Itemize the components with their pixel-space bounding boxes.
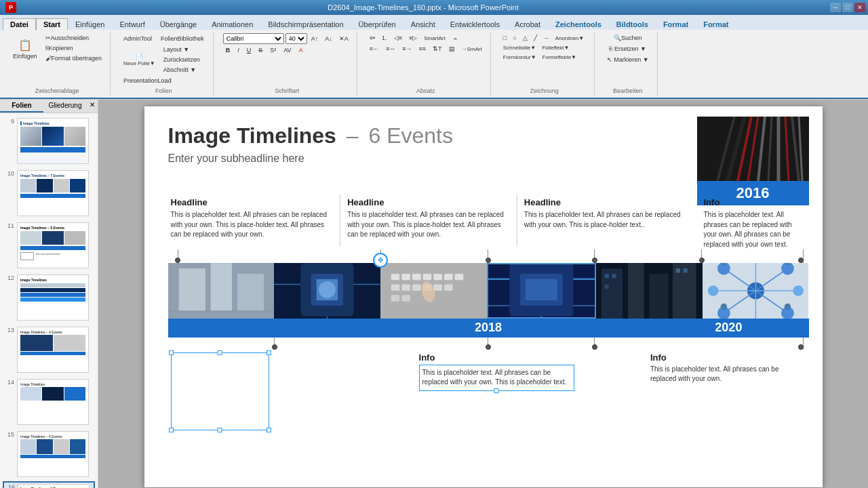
cut-button[interactable]: ✂Ausschneiden — [43, 33, 105, 43]
svg-rect-57 — [604, 273, 608, 277]
tab-acrobat[interactable]: Acrobat — [507, 18, 548, 30]
sidebar-tab-gliederung[interactable]: Gliederung — [43, 100, 87, 113]
outline-button[interactable]: Formkontur▼ — [500, 53, 539, 62]
font-color-button[interactable]: A — [296, 45, 306, 55]
handle-bc-2[interactable] — [494, 388, 499, 393]
arrange-button[interactable]: Anordnen▼ — [553, 33, 587, 43]
presentationload-button[interactable]: PresentationLoad — [120, 75, 175, 86]
sidebar-close-button[interactable]: ✕ — [87, 100, 98, 113]
shape3-button[interactable]: △ — [520, 33, 530, 43]
tab-datei[interactable]: Datei — [3, 18, 36, 30]
quick-styles-button[interactable]: Schnellstile▼ — [500, 43, 538, 52]
bold-button[interactable]: B — [223, 45, 233, 55]
layout-button[interactable]: Layout ▼ — [161, 45, 203, 54]
arrow-button[interactable]: → — [540, 33, 552, 43]
neue-folie-button[interactable]: 📄 Neue Folie▼ — [120, 52, 159, 68]
group-absatz-label: Absatz — [416, 87, 435, 94]
bot-dot-3 — [486, 344, 491, 350]
slide-list: 9 Image Timelines 10 — [0, 113, 98, 488]
slide-item[interactable]: 15 Image Timelines – 6 Events — [3, 429, 95, 479]
replace-button[interactable]: ⎘ Ersetzen ▼ — [606, 44, 648, 54]
underline-button[interactable]: U — [244, 45, 254, 55]
handle-br[interactable] — [267, 428, 271, 432]
font-family-select[interactable]: Calibri — [223, 33, 284, 44]
svg-rect-59 — [604, 284, 608, 288]
shape2-button[interactable]: ○ — [510, 33, 519, 43]
smartart-button[interactable]: SmartArt — [421, 34, 448, 43]
handle-tc[interactable] — [218, 350, 222, 355]
tab-format1[interactable]: Format — [656, 18, 696, 30]
close-button[interactable]: ✕ — [854, 3, 865, 12]
handle-tr[interactable] — [267, 350, 271, 355]
slide-item[interactable]: 13 Image Timelines – 4 Events — [3, 325, 95, 375]
numbering-button[interactable]: 1. — [379, 33, 390, 43]
search-button[interactable]: 🔍 Suchen — [611, 33, 645, 43]
move-handle[interactable]: ✥ — [373, 253, 388, 268]
format-transfer-button[interactable]: 🖌Format übertragen — [43, 54, 105, 63]
slide-item[interactable]: 14 Image Timelines — [3, 377, 95, 427]
strikethrough-button[interactable]: S — [256, 45, 265, 55]
tab-bildschirmpraesentaion[interactable]: Bildschirmpräsentation — [260, 18, 351, 30]
tab-zeichentools[interactable]: Zeichentools — [548, 18, 609, 30]
svg-rect-32 — [455, 273, 464, 279]
align-right-button[interactable]: ≡→ — [399, 44, 414, 54]
convert-to-smartart-button[interactable]: →SmArt — [459, 45, 485, 54]
abschnitt-button[interactable]: Abschnitt ▼ — [161, 65, 203, 75]
cut-label: Ausschneiden — [51, 35, 90, 41]
bullets-button[interactable]: ≡• — [367, 33, 378, 43]
title-bold: Image Timelines — [168, 123, 336, 148]
handle-bl[interactable] — [169, 428, 174, 432]
tab-entwicklertools[interactable]: Entwicklertools — [443, 18, 507, 30]
decrease-font-button[interactable]: A↓ — [322, 34, 335, 43]
minimize-button[interactable]: ─ — [830, 3, 841, 12]
tab-ansicht[interactable]: Ansicht — [403, 18, 443, 30]
svg-rect-14 — [237, 273, 263, 310]
decrease-indent-button[interactable]: ◁≡ — [391, 33, 405, 43]
align-center-button[interactable]: ≡↔ — [383, 44, 398, 54]
tab-uebergaenge[interactable]: Übergänge — [153, 18, 204, 30]
tab-bildtools[interactable]: Bildtools — [609, 18, 656, 30]
select-button[interactable]: ↖ Markieren ▼ — [604, 55, 652, 64]
restore-button[interactable]: □ — [842, 3, 853, 12]
group-folien: AdminTool FolienBibliothek 📄 Neue Folie▼… — [115, 32, 214, 96]
increase-indent-button[interactable]: ≡▷ — [406, 33, 420, 43]
copy-button[interactable]: ⎘Kopieren — [43, 43, 105, 53]
sidebar-tab-folien[interactable]: Folien — [0, 100, 43, 113]
slide-item[interactable]: 9 Image Timelines — [3, 116, 95, 166]
tab-ueberpruefe[interactable]: Überprüfen — [351, 18, 403, 30]
paste-button[interactable]: 📋 Einfügen — [9, 35, 41, 62]
folienbibliothek-button[interactable]: FolienBibliothek — [157, 33, 208, 44]
tab-format2[interactable]: Format — [696, 18, 736, 30]
handle-bc[interactable] — [218, 428, 222, 432]
shape-button[interactable]: □ — [500, 33, 509, 43]
selected-text-box[interactable] — [171, 352, 269, 430]
zuruecksetzen-button[interactable]: Zurücksetzen — [161, 55, 203, 64]
text-direction-button[interactable]: ⇅T — [430, 44, 445, 54]
justify-button[interactable]: ≡≡ — [416, 44, 429, 54]
slide-item[interactable]: 12 Image Timelines — [3, 272, 95, 323]
increase-font-button[interactable]: A↑ — [309, 34, 321, 43]
main-area[interactable]: Image Timelines – 6 Events Enter your su… — [98, 100, 868, 488]
align-left-button[interactable]: ≡← — [367, 44, 382, 54]
handle-tl[interactable] — [169, 350, 174, 355]
slide-item[interactable]: 11 Image Timelines – 5 Events Info text … — [3, 220, 95, 270]
font-size-select[interactable]: 40 — [285, 33, 307, 44]
tab-start[interactable]: Start — [36, 18, 68, 30]
columns-button[interactable]: ⫠ — [450, 33, 461, 43]
top-block-2: Headline This is placeholder text. All p… — [340, 195, 517, 247]
spacing-button[interactable]: AV — [281, 45, 294, 55]
slide-item[interactable]: 10 Image Timelines – 7 Events — [3, 168, 95, 218]
admintool-button[interactable]: AdminTool — [120, 33, 155, 44]
tab-einfuegen[interactable]: Einfügen — [68, 18, 112, 30]
fill-button[interactable]: Fülleffekt▼ — [539, 43, 572, 52]
tab-entwurf[interactable]: Entwurf — [112, 18, 152, 30]
shadow-button[interactable]: S² — [267, 45, 279, 55]
tab-animationen[interactable]: Animationen — [204, 18, 260, 30]
line-button[interactable]: ╱ — [531, 33, 540, 43]
bottom-info-body-1[interactable]: This is placeholder text. All phrases ca… — [419, 365, 575, 391]
effects-button[interactable]: Formeffekte▼ — [540, 53, 579, 62]
slide-item[interactable]: 16 Image Timelines – 6 Events Enter your… — [3, 481, 95, 488]
clear-format-button[interactable]: ✕A — [336, 34, 351, 43]
align-text-button[interactable]: ▤ — [446, 44, 458, 54]
italic-button[interactable]: I — [235, 45, 242, 55]
